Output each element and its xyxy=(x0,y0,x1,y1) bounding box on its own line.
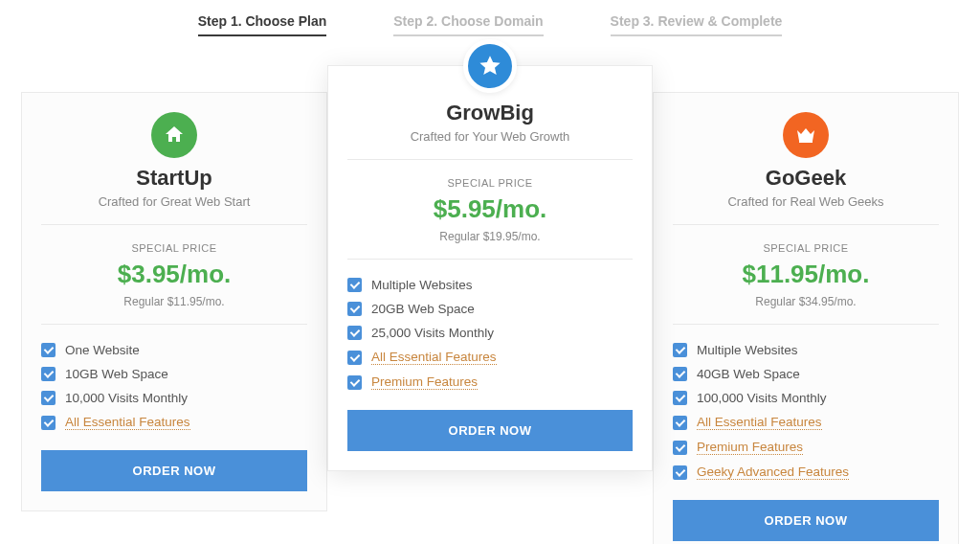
feature-item: 10GB Web Space xyxy=(41,362,307,386)
plan-tagline: Crafted for Your Web Growth xyxy=(347,129,633,144)
price-block: SPECIAL PRICE$3.95/mo.Regular $11.95/mo. xyxy=(41,225,307,325)
feature-text: Multiple Websites xyxy=(697,343,798,357)
feature-item: All Essential Features xyxy=(673,410,939,435)
crown-icon xyxy=(783,112,829,158)
price-block: SPECIAL PRICE$11.95/mo.Regular $34.95/mo… xyxy=(673,225,939,325)
feature-link[interactable]: Geeky Advanced Features xyxy=(697,465,849,480)
home-icon xyxy=(151,112,197,158)
check-icon xyxy=(41,391,56,405)
star-icon xyxy=(463,39,517,93)
feature-list: One Website10GB Web Space10,000 Visits M… xyxy=(41,325,307,450)
step-1: Step 1. Choose Plan xyxy=(198,13,327,36)
feature-text: 20GB Web Space xyxy=(371,302,475,316)
feature-item: Multiple Websites xyxy=(673,338,939,362)
check-icon xyxy=(673,391,687,405)
feature-text: 10GB Web Space xyxy=(65,367,168,381)
svg-rect-0 xyxy=(799,141,813,143)
price-regular: Regular $34.95/mo. xyxy=(673,295,939,308)
plan-card-growbig: GrowBigCrafted for Your Web GrowthSPECIA… xyxy=(327,65,653,471)
feature-item: 20GB Web Space xyxy=(347,297,633,321)
plan-name: GrowBig xyxy=(347,101,633,125)
check-icon xyxy=(41,416,56,430)
feature-text: Multiple Websites xyxy=(371,278,473,292)
feature-link[interactable]: All Essential Features xyxy=(371,350,497,365)
feature-item: 10,000 Visits Monthly xyxy=(41,386,307,410)
plan-tagline: Crafted for Real Web Geeks xyxy=(673,194,939,209)
check-icon xyxy=(347,302,362,316)
feature-item: 100,000 Visits Monthly xyxy=(673,386,939,410)
feature-item: All Essential Features xyxy=(41,410,307,435)
price-label: SPECIAL PRICE xyxy=(347,177,633,189)
price-label: SPECIAL PRICE xyxy=(41,242,307,254)
plan-name: GoGeek xyxy=(673,166,939,191)
feature-item: One Website xyxy=(41,338,307,362)
check-icon xyxy=(41,343,56,357)
check-icon xyxy=(673,465,687,480)
step-3[interactable]: Step 3. Review & Complete xyxy=(611,13,783,36)
plan-tagline: Crafted for Great Web Start xyxy=(41,194,307,209)
feature-text: 25,000 Visits Monthly xyxy=(371,326,494,340)
feature-item: Premium Features xyxy=(347,370,633,395)
feature-link[interactable]: All Essential Features xyxy=(65,415,190,430)
step-2[interactable]: Step 2. Choose Domain xyxy=(393,13,543,36)
plan-card-startup: StartUpCrafted for Great Web StartSPECIA… xyxy=(21,92,327,511)
order-now-button[interactable]: ORDER NOW xyxy=(347,410,633,451)
price-label: SPECIAL PRICE xyxy=(673,242,939,254)
check-icon xyxy=(41,367,56,381)
price-regular: Regular $19.95/mo. xyxy=(347,230,633,243)
feature-list: Multiple Websites20GB Web Space25,000 Vi… xyxy=(347,260,633,410)
feature-list: Multiple Websites40GB Web Space100,000 V… xyxy=(673,325,939,500)
check-icon xyxy=(347,326,362,340)
check-icon xyxy=(347,351,362,365)
price-value: $11.95/mo. xyxy=(673,260,939,289)
price-block: SPECIAL PRICE$5.95/mo.Regular $19.95/mo. xyxy=(347,160,633,260)
plan-header: StartUpCrafted for Great Web Start xyxy=(41,93,307,225)
price-value: $3.95/mo. xyxy=(41,260,307,289)
order-now-button[interactable]: ORDER NOW xyxy=(41,450,307,491)
check-icon xyxy=(673,441,687,455)
order-now-button[interactable]: ORDER NOW xyxy=(673,500,939,541)
feature-text: 100,000 Visits Monthly xyxy=(697,391,827,405)
feature-link[interactable]: All Essential Features xyxy=(697,415,822,430)
plan-header: GoGeekCrafted for Real Web Geeks xyxy=(673,93,939,225)
plan-name: StartUp xyxy=(41,166,307,191)
price-regular: Regular $11.95/mo. xyxy=(41,295,307,308)
feature-item: 25,000 Visits Monthly xyxy=(347,321,633,345)
feature-item: All Essential Features xyxy=(347,345,633,370)
check-icon xyxy=(673,416,687,430)
feature-text: 10,000 Visits Monthly xyxy=(65,391,188,405)
check-icon xyxy=(347,375,362,390)
price-value: $5.95/mo. xyxy=(347,194,633,224)
feature-item: Geeky Advanced Features xyxy=(673,460,939,485)
feature-item: Multiple Websites xyxy=(347,273,633,297)
plans-row: StartUpCrafted for Great Web StartSPECIA… xyxy=(0,54,980,544)
plan-header: GrowBigCrafted for Your Web Growth xyxy=(347,66,633,160)
check-icon xyxy=(347,278,362,292)
feature-text: One Website xyxy=(65,343,140,357)
feature-link[interactable]: Premium Features xyxy=(697,440,803,455)
feature-item: Premium Features xyxy=(673,435,939,460)
feature-item: 40GB Web Space xyxy=(673,362,939,386)
plan-card-gogeek: GoGeekCrafted for Real Web GeeksSPECIAL … xyxy=(653,92,959,544)
check-icon xyxy=(673,367,687,381)
feature-text: 40GB Web Space xyxy=(697,367,800,381)
check-icon xyxy=(673,343,687,357)
feature-link[interactable]: Premium Features xyxy=(371,374,478,390)
